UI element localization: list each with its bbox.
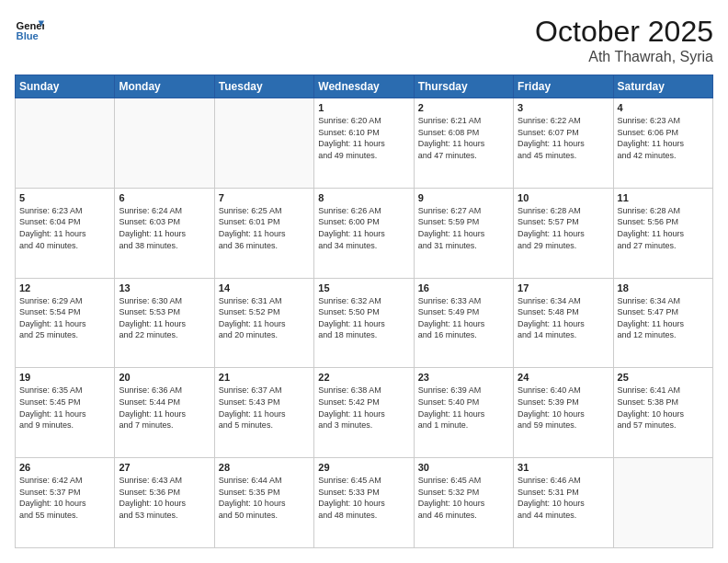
day-info: Sunrise: 6:38 AM Sunset: 5:42 PM Dayligh… [318, 385, 409, 431]
logo-icon: General Blue [15, 15, 44, 44]
calendar-cell: 11Sunrise: 6:28 AM Sunset: 5:56 PM Dayli… [613, 188, 712, 278]
day-number: 11 [618, 192, 709, 203]
location-title: Ath Thawrah, Syria [535, 49, 713, 65]
page: General Blue October 2025 Ath Thawrah, S… [0, 0, 728, 563]
calendar-cell: 4Sunrise: 6:23 AM Sunset: 6:06 PM Daylig… [613, 98, 712, 189]
day-info: Sunrise: 6:28 AM Sunset: 5:57 PM Dayligh… [518, 205, 609, 251]
calendar-cell: 9Sunrise: 6:27 AM Sunset: 5:59 PM Daylig… [414, 188, 513, 278]
calendar-cell: 2Sunrise: 6:21 AM Sunset: 6:08 PM Daylig… [414, 98, 513, 189]
day-header-sunday: Sunday [16, 75, 115, 98]
day-info: Sunrise: 6:45 AM Sunset: 5:32 PM Dayligh… [418, 475, 509, 521]
calendar-week-3: 19Sunrise: 6:35 AM Sunset: 5:45 PM Dayli… [16, 368, 713, 458]
day-info: Sunrise: 6:21 AM Sunset: 6:08 PM Dayligh… [418, 115, 509, 161]
day-info: Sunrise: 6:24 AM Sunset: 6:03 PM Dayligh… [119, 205, 210, 251]
day-number: 20 [119, 372, 210, 383]
calendar-cell: 15Sunrise: 6:32 AM Sunset: 5:50 PM Dayli… [314, 278, 414, 368]
calendar-week-0: 1Sunrise: 6:20 AM Sunset: 6:10 PM Daylig… [16, 98, 713, 189]
day-number: 21 [219, 372, 310, 383]
day-info: Sunrise: 6:43 AM Sunset: 5:36 PM Dayligh… [119, 475, 210, 521]
day-number: 25 [618, 372, 709, 383]
day-info: Sunrise: 6:33 AM Sunset: 5:49 PM Dayligh… [418, 295, 509, 341]
day-number: 24 [518, 372, 609, 383]
day-number: 1 [318, 102, 409, 113]
day-header-friday: Friday [514, 75, 613, 98]
day-number: 18 [618, 282, 709, 293]
day-number: 29 [318, 462, 409, 473]
calendar-header-row: SundayMondayTuesdayWednesdayThursdayFrid… [16, 75, 713, 98]
calendar-cell: 18Sunrise: 6:34 AM Sunset: 5:47 PM Dayli… [613, 278, 712, 368]
day-number: 3 [518, 102, 609, 113]
calendar-cell: 21Sunrise: 6:37 AM Sunset: 5:43 PM Dayli… [214, 368, 313, 458]
day-info: Sunrise: 6:26 AM Sunset: 6:00 PM Dayligh… [318, 205, 409, 251]
calendar-week-2: 12Sunrise: 6:29 AM Sunset: 5:54 PM Dayli… [16, 278, 713, 368]
day-info: Sunrise: 6:41 AM Sunset: 5:38 PM Dayligh… [618, 385, 709, 431]
calendar-cell: 6Sunrise: 6:24 AM Sunset: 6:03 PM Daylig… [115, 188, 214, 278]
day-info: Sunrise: 6:35 AM Sunset: 5:45 PM Dayligh… [19, 385, 110, 431]
day-info: Sunrise: 6:27 AM Sunset: 5:59 PM Dayligh… [418, 205, 509, 251]
calendar-cell: 27Sunrise: 6:43 AM Sunset: 5:36 PM Dayli… [115, 458, 214, 548]
calendar-week-4: 26Sunrise: 6:42 AM Sunset: 5:37 PM Dayli… [16, 458, 713, 548]
month-title: October 2025 [535, 15, 713, 49]
day-number: 15 [318, 282, 409, 293]
calendar-cell: 1Sunrise: 6:20 AM Sunset: 6:10 PM Daylig… [314, 98, 414, 189]
svg-text:Blue: Blue [17, 30, 39, 41]
day-number: 6 [119, 192, 210, 203]
calendar-cell: 7Sunrise: 6:25 AM Sunset: 6:01 PM Daylig… [214, 188, 313, 278]
calendar-week-1: 5Sunrise: 6:23 AM Sunset: 6:04 PM Daylig… [16, 188, 713, 278]
day-info: Sunrise: 6:23 AM Sunset: 6:04 PM Dayligh… [19, 205, 110, 251]
calendar-cell: 10Sunrise: 6:28 AM Sunset: 5:57 PM Dayli… [514, 188, 613, 278]
calendar-cell: 25Sunrise: 6:41 AM Sunset: 5:38 PM Dayli… [613, 368, 712, 458]
day-info: Sunrise: 6:31 AM Sunset: 5:52 PM Dayligh… [219, 295, 310, 341]
calendar-cell: 13Sunrise: 6:30 AM Sunset: 5:53 PM Dayli… [115, 278, 214, 368]
day-info: Sunrise: 6:37 AM Sunset: 5:43 PM Dayligh… [219, 385, 310, 431]
day-info: Sunrise: 6:25 AM Sunset: 6:01 PM Dayligh… [219, 205, 310, 251]
calendar-cell: 8Sunrise: 6:26 AM Sunset: 6:00 PM Daylig… [314, 188, 414, 278]
day-number: 9 [418, 192, 509, 203]
title-block: October 2025 Ath Thawrah, Syria [535, 15, 713, 65]
calendar-cell: 14Sunrise: 6:31 AM Sunset: 5:52 PM Dayli… [214, 278, 313, 368]
calendar-cell [613, 458, 712, 548]
calendar-cell: 5Sunrise: 6:23 AM Sunset: 6:04 PM Daylig… [16, 188, 115, 278]
day-info: Sunrise: 6:34 AM Sunset: 5:48 PM Dayligh… [518, 295, 609, 341]
day-number: 19 [19, 372, 110, 383]
day-header-thursday: Thursday [414, 75, 513, 98]
day-number: 17 [518, 282, 609, 293]
day-number: 23 [418, 372, 509, 383]
day-header-saturday: Saturday [613, 75, 712, 98]
day-number: 27 [119, 462, 210, 473]
calendar-cell [16, 98, 115, 189]
day-number: 14 [219, 282, 310, 293]
day-number: 10 [518, 192, 609, 203]
calendar-cell: 17Sunrise: 6:34 AM Sunset: 5:48 PM Dayli… [514, 278, 613, 368]
calendar-cell: 3Sunrise: 6:22 AM Sunset: 6:07 PM Daylig… [514, 98, 613, 189]
day-info: Sunrise: 6:23 AM Sunset: 6:06 PM Dayligh… [618, 115, 709, 161]
day-info: Sunrise: 6:34 AM Sunset: 5:47 PM Dayligh… [618, 295, 709, 341]
day-number: 22 [318, 372, 409, 383]
day-number: 28 [219, 462, 310, 473]
day-info: Sunrise: 6:42 AM Sunset: 5:37 PM Dayligh… [19, 475, 110, 521]
day-header-monday: Monday [115, 75, 214, 98]
calendar-cell: 28Sunrise: 6:44 AM Sunset: 5:35 PM Dayli… [214, 458, 313, 548]
header: General Blue October 2025 Ath Thawrah, S… [15, 15, 713, 65]
calendar-cell: 20Sunrise: 6:36 AM Sunset: 5:44 PM Dayli… [115, 368, 214, 458]
day-number: 16 [418, 282, 509, 293]
day-info: Sunrise: 6:30 AM Sunset: 5:53 PM Dayligh… [119, 295, 210, 341]
day-info: Sunrise: 6:39 AM Sunset: 5:40 PM Dayligh… [418, 385, 509, 431]
day-info: Sunrise: 6:40 AM Sunset: 5:39 PM Dayligh… [518, 385, 609, 431]
day-info: Sunrise: 6:29 AM Sunset: 5:54 PM Dayligh… [19, 295, 110, 341]
calendar-cell [115, 98, 214, 189]
day-number: 30 [418, 462, 509, 473]
calendar-cell: 12Sunrise: 6:29 AM Sunset: 5:54 PM Dayli… [16, 278, 115, 368]
day-number: 13 [119, 282, 210, 293]
day-number: 5 [19, 192, 110, 203]
day-number: 7 [219, 192, 310, 203]
calendar-cell: 24Sunrise: 6:40 AM Sunset: 5:39 PM Dayli… [514, 368, 613, 458]
day-number: 12 [19, 282, 110, 293]
day-number: 8 [318, 192, 409, 203]
calendar-cell: 16Sunrise: 6:33 AM Sunset: 5:49 PM Dayli… [414, 278, 513, 368]
day-info: Sunrise: 6:46 AM Sunset: 5:31 PM Dayligh… [518, 475, 609, 521]
day-info: Sunrise: 6:32 AM Sunset: 5:50 PM Dayligh… [318, 295, 409, 341]
day-info: Sunrise: 6:28 AM Sunset: 5:56 PM Dayligh… [618, 205, 709, 251]
calendar-cell: 30Sunrise: 6:45 AM Sunset: 5:32 PM Dayli… [414, 458, 513, 548]
calendar-cell: 23Sunrise: 6:39 AM Sunset: 5:40 PM Dayli… [414, 368, 513, 458]
